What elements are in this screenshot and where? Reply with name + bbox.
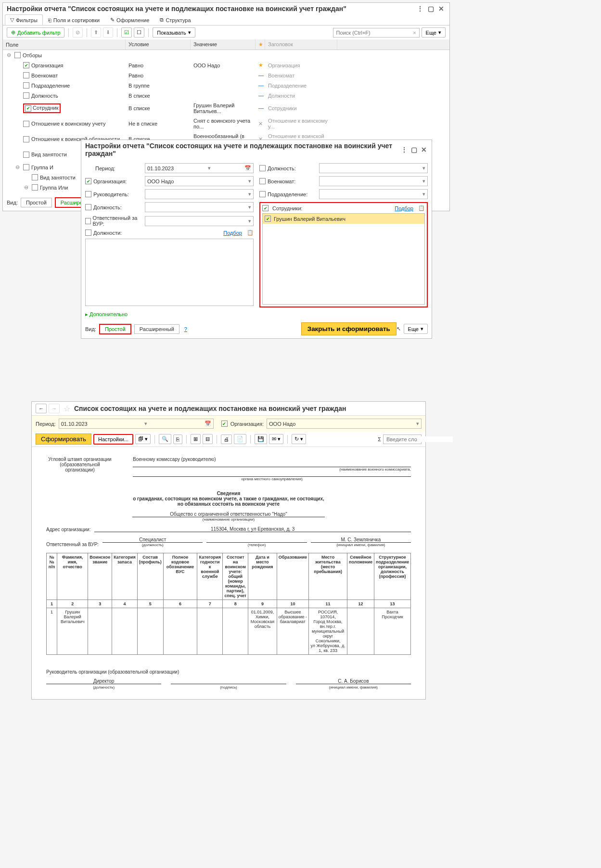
position2-checkbox[interactable]	[259, 165, 266, 171]
row-checkbox[interactable]	[23, 62, 29, 68]
row-checkbox[interactable]	[32, 174, 38, 180]
forward-button[interactable]: →	[49, 404, 60, 413]
col-header[interactable]: Заголовок	[265, 39, 337, 50]
org-checkbox[interactable]	[221, 421, 228, 427]
mode-simple-button[interactable]: Простой	[99, 324, 131, 334]
uncheck-all-button[interactable]: ☐	[134, 27, 144, 38]
variants-button[interactable]: 🗐 ▾	[135, 434, 151, 444]
preview-button[interactable]: 📄	[234, 434, 246, 444]
row-checkbox[interactable]	[23, 121, 29, 127]
vur-input[interactable]: ▾	[145, 216, 254, 226]
copy-icon[interactable]: 📋	[247, 230, 254, 236]
maximize-icon[interactable]: ▢	[410, 146, 418, 153]
row-checkbox[interactable]	[23, 164, 29, 170]
employee-item-checkbox[interactable]	[265, 216, 271, 222]
org-input[interactable]: ООО Надо▾	[267, 419, 422, 429]
filter-row[interactable]: ⊖Отборы	[3, 50, 449, 60]
more-button[interactable]: Еще ▾	[404, 324, 428, 334]
tab-fields[interactable]: ⎗Поля и сортировки	[43, 14, 105, 25]
filter-row[interactable]: ДолжностьВ списке—Должности	[3, 90, 449, 101]
search-input[interactable]: ×	[333, 28, 420, 38]
tree-toggle-icon[interactable]: ⊖	[15, 164, 21, 170]
move-down-button[interactable]: ⬇	[103, 27, 113, 38]
position2-input[interactable]: ▾	[319, 163, 428, 173]
filter-row[interactable]: СотрудникВ спискеГрушин Валерий Витальев…	[3, 101, 449, 116]
position-checkbox[interactable]	[85, 204, 91, 210]
row-checkbox[interactable]	[23, 72, 29, 78]
settings-button[interactable]: Настройки...	[93, 434, 133, 445]
copy-icon[interactable]: 📋	[418, 205, 425, 211]
row-checkbox[interactable]	[23, 136, 29, 142]
save-button[interactable]: 💾	[255, 434, 267, 444]
check-all-button[interactable]: ☑	[121, 27, 132, 38]
row-checkbox[interactable]	[32, 184, 38, 191]
print-button[interactable]: 🖨	[221, 434, 232, 444]
period-input[interactable]: 01.10.2023▾📅	[59, 419, 214, 429]
tab-format[interactable]: ✎Оформление	[105, 14, 154, 25]
position-input[interactable]: ▾	[145, 202, 254, 212]
tree-toggle-icon[interactable]: ⊖	[24, 184, 30, 191]
close-icon[interactable]: ✕	[420, 146, 428, 153]
more-button[interactable]: Еще ▾	[422, 27, 446, 38]
more-menu-icon[interactable]: ⋮	[416, 5, 424, 13]
form-button[interactable]: Сформировать	[36, 434, 91, 445]
period-input[interactable]: 01.10.2023▾📅	[145, 163, 254, 173]
filter-button[interactable]: ⎘	[173, 434, 182, 444]
expand-button[interactable]: ⊞	[191, 434, 201, 444]
vur-checkbox[interactable]	[85, 218, 91, 224]
maximize-icon[interactable]: ▢	[426, 5, 435, 13]
dept-input[interactable]: ▾	[319, 189, 428, 199]
more-options-link[interactable]: ▸ Дополнительно	[85, 311, 128, 317]
row-checkbox[interactable]	[23, 92, 29, 99]
dept-label: Подразделение:	[268, 191, 307, 197]
add-filter-button[interactable]: ⊕Добавить фильтр	[7, 27, 64, 38]
tree-toggle-icon[interactable]: ⊖	[7, 52, 13, 58]
move-up-button[interactable]: ⬆	[91, 27, 101, 38]
select-employees-link[interactable]: Подбор	[395, 205, 413, 211]
star-icon[interactable]: ☆	[64, 404, 70, 413]
find-button[interactable]: 🔍	[159, 434, 171, 444]
select-link[interactable]: Подбор	[223, 230, 242, 236]
tab-filters[interactable]: ▽Фильтры	[5, 14, 43, 25]
row-checkbox[interactable]	[25, 105, 31, 112]
more-menu-icon[interactable]: ⋮	[400, 146, 408, 153]
employees-checkbox[interactable]	[262, 205, 269, 211]
refresh-button[interactable]: ↻ ▾	[292, 434, 306, 444]
row-checkbox[interactable]	[14, 52, 21, 58]
filter-row[interactable]: ВоенкоматРавно—Военкомат	[3, 70, 449, 80]
filter-row[interactable]: ПодразделениеВ группе—Подразделение	[3, 80, 449, 90]
mode-simple-button[interactable]: Простой	[21, 198, 52, 207]
manager-checkbox[interactable]	[85, 191, 91, 197]
row-checkbox[interactable]	[23, 82, 29, 89]
sigma-icon[interactable]: Σ	[378, 436, 381, 442]
mode-advanced-button[interactable]: Расширенный	[134, 324, 179, 334]
manager-input[interactable]: ▾	[145, 189, 254, 199]
employees-list[interactable]: Грушин Валерий Витальевич	[262, 213, 425, 305]
dept-checkbox[interactable]	[259, 191, 266, 197]
close-icon[interactable]: ✕	[437, 5, 446, 13]
col-condition[interactable]: Условие	[126, 39, 191, 50]
email-button[interactable]: ✉ ▾	[269, 434, 283, 444]
cell-search[interactable]	[383, 434, 422, 444]
collapse-button[interactable]: ⊟	[203, 434, 213, 444]
filter-row[interactable]: Отношение к воинскому учетуНе в спискеСн…	[3, 116, 449, 131]
close-and-form-button[interactable]: Закрыть и сформировать	[301, 322, 396, 335]
positions-checkbox[interactable]	[85, 230, 91, 236]
back-button[interactable]: ←	[36, 404, 47, 413]
org-checkbox[interactable]	[85, 178, 91, 184]
tab-structure[interactable]: ⧉Структура	[154, 14, 196, 25]
org-input[interactable]: ООО Надо▾	[145, 176, 254, 186]
col-value[interactable]: Значение	[191, 39, 256, 50]
military-input[interactable]: ▾	[319, 176, 428, 186]
filter-row[interactable]: ОрганизацияРавноООО Надо★Организация	[3, 60, 449, 70]
search-field[interactable]	[336, 30, 413, 36]
remove-button[interactable]: ⊘	[73, 27, 83, 38]
military-checkbox[interactable]	[259, 178, 266, 184]
clear-search-icon[interactable]: ×	[413, 30, 416, 36]
row-checkbox[interactable]	[23, 152, 29, 158]
employee-item[interactable]: Грушин Валерий Витальевич	[263, 214, 424, 224]
col-field[interactable]: Поле	[3, 39, 126, 50]
help-icon[interactable]: ?	[184, 326, 187, 332]
show-dropdown[interactable]: Показывать ▾	[153, 27, 195, 38]
positions-list[interactable]	[85, 239, 254, 306]
